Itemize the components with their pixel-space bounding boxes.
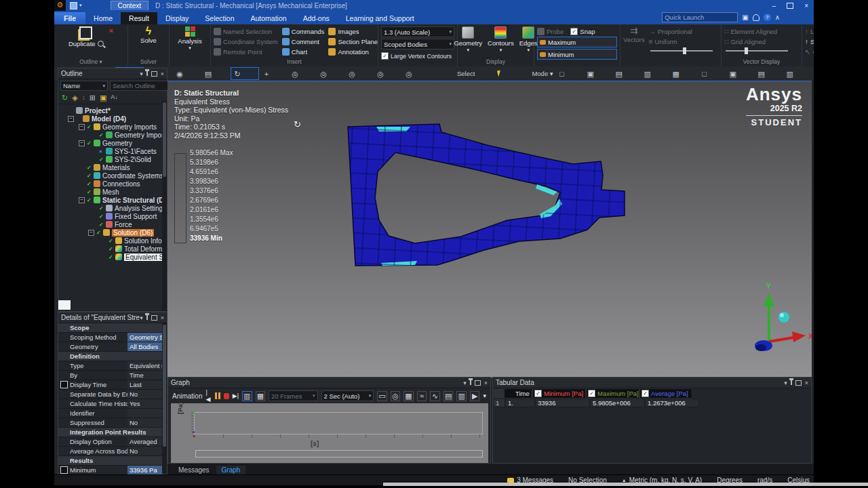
snap-checkbox[interactable]: ✓Snap xyxy=(570,26,595,37)
legend-band[interactable] xyxy=(175,211,186,220)
solve-button[interactable]: ϟ Solve xyxy=(131,26,166,44)
account-icon[interactable] xyxy=(753,14,760,21)
duplicate-button[interactable]: Duplicate xyxy=(68,26,104,47)
gfx-toolbar-item[interactable]: ◎ xyxy=(374,68,401,79)
snapshot-all-icon[interactable]: ▥ xyxy=(456,391,467,401)
gfx-toolbar-item[interactable]: ▣ xyxy=(585,68,612,79)
insert-item[interactable]: Section Plane xyxy=(328,37,378,47)
gfx-toolbar-item[interactable]: + xyxy=(260,68,288,79)
tree-item[interactable]: SYS-2\Solid xyxy=(60,155,165,163)
insert-item[interactable]: Coordinate System xyxy=(214,37,278,47)
graph-plot-area[interactable]: [Pa] [s] xyxy=(171,403,488,463)
menu-tab[interactable]: Result xyxy=(121,12,157,24)
details-value[interactable]: Yes xyxy=(127,399,163,408)
name-filter-select[interactable]: Name▾ xyxy=(60,81,108,91)
tabular-column-header[interactable]: ✓ Maximum [Pa] xyxy=(586,388,639,399)
scoped-bodies-select[interactable]: Scoped Bodies▾ xyxy=(381,39,454,49)
legend-band[interactable] xyxy=(175,230,186,239)
large-vertex-contours-checkbox[interactable]: ✓Large Vertex Contours xyxy=(381,51,454,61)
close-icon[interactable]: × xyxy=(161,70,164,77)
details-value[interactable]: No xyxy=(127,447,163,455)
gfx-toolbar-item[interactable]: ▣ xyxy=(727,68,754,79)
menu-tab[interactable]: Selection xyxy=(197,12,242,24)
close-icon[interactable]: × xyxy=(805,380,808,386)
skip-end-icon[interactable]: ▶| xyxy=(233,392,239,399)
quick-launch-input[interactable] xyxy=(662,12,738,22)
skip-start-icon[interactable]: |◀ xyxy=(205,389,211,403)
frames-select[interactable]: 20 Frames▾ xyxy=(269,390,317,401)
legend-band[interactable] xyxy=(175,163,186,173)
element-aligned-button[interactable]: ∷Element Aligned xyxy=(724,26,799,37)
pin-icon[interactable] xyxy=(470,380,471,385)
gfx-toolbar-item[interactable]: ▤ xyxy=(613,68,640,79)
details-row[interactable]: Separate Data by Entity No xyxy=(58,390,163,399)
tree-item[interactable]: Materials xyxy=(60,163,165,171)
pin-icon[interactable] xyxy=(146,71,148,76)
tabular-column-header[interactable]: ✓ Average [Pa] xyxy=(639,388,692,399)
stop-icon[interactable] xyxy=(224,393,229,399)
graphics-viewport[interactable]: D: Static Structural Equivalent Stress T… xyxy=(167,81,812,378)
gfx-toolbar-item[interactable]: ◎ xyxy=(403,68,430,79)
gfx-toolbar-item[interactable]: ▥ xyxy=(642,68,669,79)
cell-minimum[interactable]: 33936 xyxy=(535,399,590,407)
restore-button[interactable] xyxy=(787,3,793,9)
folder-view-icon[interactable]: ▣ xyxy=(100,94,106,102)
grid-icon[interactable]: ▦ xyxy=(403,391,414,401)
scrollbar-thumb[interactable] xyxy=(163,102,166,177)
insert-item[interactable]: Comment xyxy=(282,37,325,47)
outline-group-label[interactable]: Outline ▾ xyxy=(57,58,125,66)
details-row[interactable]: Geometry All Bodies xyxy=(58,342,163,352)
checkbox-icon[interactable] xyxy=(60,381,68,388)
tree-item[interactable]: Solution Information xyxy=(60,237,165,245)
tree-item[interactable]: Force xyxy=(60,220,165,228)
details-value[interactable]: Last xyxy=(127,380,163,389)
pause-icon[interactable] xyxy=(215,392,220,399)
analysis-button[interactable]: Analysis ▾ xyxy=(172,26,208,51)
contour-legend[interactable]: 5.9805e6 Max5.3198e64.6591e63.9983e63.33… xyxy=(174,148,233,243)
expander-icon[interactable]: − xyxy=(79,197,85,203)
more-tools-icon[interactable]: ▾ xyxy=(483,392,486,399)
expander-icon[interactable]: − xyxy=(79,124,85,130)
expander-icon[interactable]: − xyxy=(88,230,94,236)
tree-item[interactable]: Connections xyxy=(60,180,165,188)
cell-average[interactable]: 1.2673e+006 xyxy=(645,399,699,407)
probe-button[interactable]: Probe xyxy=(537,26,564,37)
time-slider[interactable] xyxy=(195,450,483,458)
close-icon[interactable]: × xyxy=(484,380,488,386)
legend-band[interactable] xyxy=(175,154,186,163)
insert-item[interactable]: Commands xyxy=(282,26,325,37)
tree-item[interactable]: − Geometry Imports xyxy=(60,123,165,131)
gfx-toolbar-item[interactable] xyxy=(477,68,505,79)
grid-aligned-button[interactable]: ∷Grid Aligned xyxy=(724,37,799,47)
details-scrollbar[interactable] xyxy=(162,323,167,474)
save-icon[interactable] xyxy=(70,2,77,9)
graph-plot-box[interactable] xyxy=(194,412,483,434)
insert-item[interactable]: Named Selection xyxy=(214,26,278,37)
panel-menu-caret-icon[interactable]: ▾ xyxy=(784,380,787,386)
gfx-toolbar-item[interactable]: ▦ xyxy=(670,68,697,79)
details-row[interactable]: Suppressed No xyxy=(58,418,163,428)
dock-tab[interactable]: Graph xyxy=(216,466,246,474)
details-value[interactable]: No xyxy=(127,418,163,427)
column-checkbox[interactable]: ✓ xyxy=(534,390,542,397)
slider-thumb[interactable] xyxy=(745,47,748,54)
details-row[interactable]: Scoping Method Geometry S... xyxy=(58,333,163,342)
scrollbar-thumb[interactable] xyxy=(163,325,166,447)
proportional-button[interactable]: →Proportional xyxy=(649,26,713,37)
panel-menu-caret-icon[interactable]: ▾ xyxy=(463,380,467,386)
insert-item[interactable]: Chart xyxy=(282,47,325,57)
details-row[interactable]: Average Across Bodies No xyxy=(58,447,163,456)
contours-button[interactable]: Contours▾ xyxy=(488,26,514,53)
vector-length-slider[interactable] xyxy=(650,50,713,52)
export-video-icon[interactable]: ▭ xyxy=(377,391,387,401)
close-icon[interactable]: × xyxy=(161,314,164,321)
details-row[interactable]: Scope xyxy=(58,323,163,333)
tree-item[interactable]: − Solution (D6) xyxy=(60,228,165,237)
tree-item[interactable]: SYS-1\Facets xyxy=(60,147,165,155)
help-icon[interactable]: ? xyxy=(764,14,771,21)
gfx-toolbar-item[interactable]: □ xyxy=(556,68,583,79)
gfx-toolbar-item[interactable]: ▥ xyxy=(784,68,811,79)
row-number[interactable]: 1 xyxy=(493,399,505,407)
insert-item[interactable]: Images xyxy=(328,26,378,37)
pin-icon[interactable] xyxy=(791,380,792,385)
